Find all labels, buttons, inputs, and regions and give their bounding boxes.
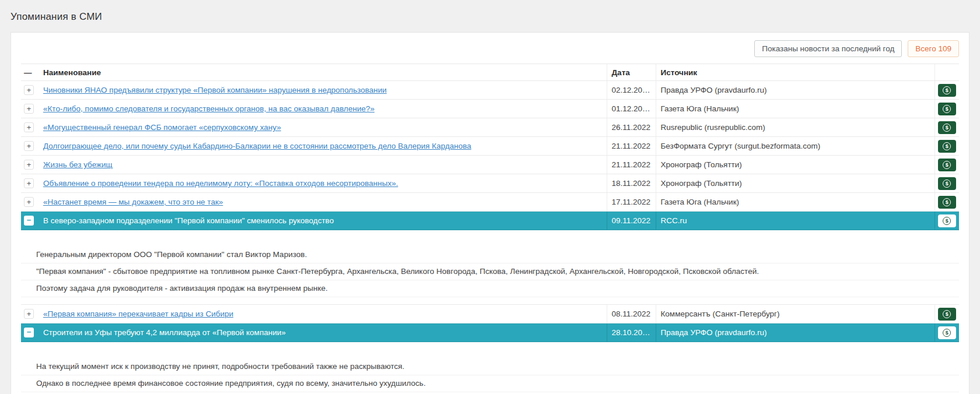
table-row: +«Первая компания» перекачивает кадры из… bbox=[21, 305, 959, 323]
collapse-row-button[interactable]: − bbox=[24, 328, 34, 337]
money-icon: $ bbox=[943, 310, 951, 318]
table-row: +«Могущественный генерал ФСБ помогает «с… bbox=[21, 118, 959, 137]
news-link[interactable]: Чиновники ЯНАО предъявили структуре «Пер… bbox=[43, 86, 387, 94]
money-icon: $ bbox=[943, 180, 951, 188]
source-cell: RCC.ru bbox=[656, 212, 935, 230]
date-cell: 02.12.2022 bbox=[607, 81, 656, 100]
source-cell: Rusrepublic (rusrepublic.com) bbox=[656, 118, 935, 137]
money-button[interactable]: $ bbox=[938, 140, 956, 153]
source-cell: Газета Юга (Нальчик) bbox=[656, 100, 935, 118]
table-row: +«Кто-либо, помимо следователя и государ… bbox=[21, 100, 959, 118]
table-row: +«Настанет время — мы докажем, что это н… bbox=[21, 193, 959, 212]
source-cell: Коммерсантъ (Санкт-Петербург) bbox=[656, 305, 935, 323]
date-cell: 21.11.2022 bbox=[607, 137, 656, 156]
money-icon: $ bbox=[943, 217, 951, 225]
source-cell: БезФормата Сургут (surgut.bezformata.com… bbox=[656, 137, 935, 156]
news-title: Строители из Уфы требуют 4,2 миллиарда о… bbox=[43, 328, 286, 337]
source-cell: Газета Юга (Нальчик) bbox=[656, 193, 935, 212]
news-link[interactable]: «Кто-либо, помимо следователя и государс… bbox=[43, 104, 374, 113]
money-icon: $ bbox=[943, 124, 951, 132]
total-count-badge: Всего 109 bbox=[908, 40, 959, 57]
detail-line: "Первая компания" - сбытовое предприятие… bbox=[21, 263, 959, 280]
date-cell: 09.11.2022 bbox=[607, 212, 656, 230]
money-button[interactable]: $ bbox=[938, 159, 956, 171]
expand-row-button[interactable]: + bbox=[24, 141, 34, 151]
money-icon: $ bbox=[943, 86, 951, 94]
period-filter-button[interactable]: Показаны новости за последний год bbox=[754, 40, 902, 57]
expand-row-button[interactable]: + bbox=[24, 309, 34, 319]
detail-line: Поэтому задача для руководителя - активи… bbox=[21, 280, 959, 297]
source-cell: Правда УРФО (pravdaurfo.ru) bbox=[656, 81, 935, 100]
detail-line: Однако в последнее время финансовое сост… bbox=[21, 375, 959, 392]
money-icon: $ bbox=[943, 161, 951, 169]
news-table: — Наименование Дата Источник +Чиновники … bbox=[21, 64, 959, 394]
money-icon: $ bbox=[943, 142, 951, 150]
table-header-row: — Наименование Дата Источник bbox=[21, 64, 959, 81]
collapse-all-header: — bbox=[21, 64, 38, 81]
table-row: +Долгоиграющее дело, или почему судьи Ка… bbox=[21, 137, 959, 156]
detail-line: Генеральным директором ООО "Первой компа… bbox=[21, 247, 959, 263]
detail-line: На текущий момент иск к производству не … bbox=[21, 358, 959, 375]
money-icon: $ bbox=[943, 105, 951, 113]
expand-row-button[interactable]: + bbox=[24, 122, 34, 132]
source-cell: Правда УРФО (pravdaurfo.ru) bbox=[656, 323, 935, 342]
date-cell: 18.11.2022 bbox=[607, 174, 656, 193]
money-button[interactable]: $ bbox=[938, 214, 956, 227]
actions-column-header bbox=[935, 64, 959, 81]
news-link[interactable]: Объявление о проведении тендера по недел… bbox=[43, 179, 398, 188]
date-cell: 26.11.2022 bbox=[607, 118, 656, 137]
table-row: +Объявление о проведении тендера по неде… bbox=[21, 174, 959, 193]
money-button[interactable]: $ bbox=[938, 177, 956, 190]
news-link[interactable]: «Первая компания» перекачивает кадры из … bbox=[43, 309, 233, 318]
source-column-header: Источник bbox=[656, 64, 935, 81]
table-row: +Жизнь без убежищ21.11.2022Хронограф (То… bbox=[21, 156, 959, 174]
source-cell: Хронограф (Тольятти) bbox=[656, 174, 935, 193]
expand-row-button[interactable]: + bbox=[24, 160, 34, 170]
money-button[interactable]: $ bbox=[938, 326, 956, 339]
money-button[interactable]: $ bbox=[938, 121, 956, 134]
table-row: −Строители из Уфы требуют 4,2 миллиарда … bbox=[21, 323, 959, 342]
expanded-detail-row: Генеральным директором ООО "Первой компа… bbox=[21, 230, 959, 305]
news-table-body: +Чиновники ЯНАО предъявили структуре «Пе… bbox=[21, 81, 959, 394]
date-column-header: Дата bbox=[607, 64, 656, 81]
toolbar: Показаны новости за последний год Всего … bbox=[21, 40, 959, 57]
money-icon: $ bbox=[943, 198, 951, 206]
date-cell: 21.11.2022 bbox=[607, 156, 656, 174]
source-cell: Хронограф (Тольятти) bbox=[656, 156, 935, 174]
news-link[interactable]: «Могущественный генерал ФСБ помогает «се… bbox=[43, 123, 281, 132]
page-title: Упоминания в СМИ bbox=[10, 11, 102, 23]
money-button[interactable]: $ bbox=[938, 84, 956, 97]
money-button[interactable]: $ bbox=[938, 196, 956, 209]
table-row: +Чиновники ЯНАО предъявили структуре «Пе… bbox=[21, 81, 959, 100]
date-cell: 01.12.2022 bbox=[607, 100, 656, 118]
money-icon: $ bbox=[943, 329, 951, 337]
media-mentions-card: Показаны новости за последний год Всего … bbox=[10, 32, 970, 394]
expand-row-button[interactable]: + bbox=[24, 85, 34, 95]
name-column-header: Наименование bbox=[38, 64, 607, 81]
collapse-row-button[interactable]: − bbox=[24, 216, 34, 226]
expand-row-button[interactable]: + bbox=[24, 178, 34, 188]
date-cell: 08.11.2022 bbox=[607, 305, 656, 323]
news-link[interactable]: «Настанет время — мы докажем, что это не… bbox=[43, 198, 223, 206]
expand-row-button[interactable]: + bbox=[24, 197, 34, 207]
date-cell: 17.11.2022 bbox=[607, 193, 656, 212]
table-row: −В северо-западном подразделении "Первой… bbox=[21, 212, 959, 230]
date-cell: 28.10.2022 bbox=[607, 323, 656, 342]
expanded-detail-row: На текущий момент иск к производству не … bbox=[21, 342, 959, 394]
expand-row-button[interactable]: + bbox=[24, 104, 34, 114]
news-link[interactable]: Жизнь без убежищ bbox=[43, 160, 113, 169]
money-button[interactable]: $ bbox=[938, 308, 956, 321]
money-button[interactable]: $ bbox=[938, 103, 956, 115]
news-link[interactable]: Долгоиграющее дело, или почему судьи Каб… bbox=[43, 142, 471, 150]
news-title: В северо-западном подразделении "Первой … bbox=[43, 216, 334, 225]
